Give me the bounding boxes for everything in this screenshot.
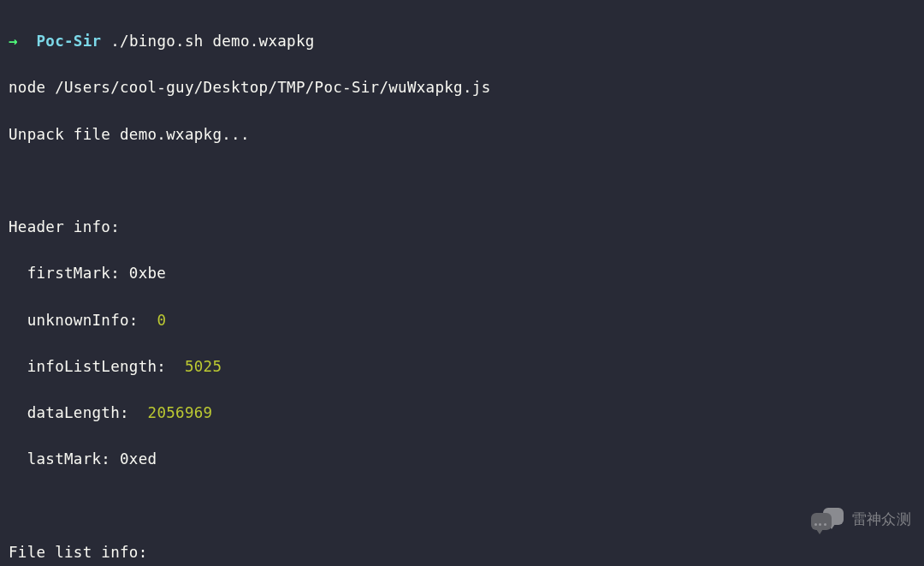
output-line: firstMark: 0xbe (9, 262, 915, 285)
terminal-output: → Poc-Sir ./bingo.sh demo.wxapkg node /U… (9, 7, 915, 566)
output-line: node /Users/cool-guy/Desktop/TMP/Poc-Sir… (9, 76, 915, 99)
prompt-label: Poc-Sir (37, 33, 102, 50)
output-line: Unpack file demo.wxapkg... (9, 123, 915, 146)
prompt-arrow: → (9, 33, 18, 50)
output-line: File list info: (9, 541, 915, 564)
prompt-line[interactable]: → Poc-Sir ./bingo.sh demo.wxapkg (9, 30, 915, 53)
output-line: unknownInfo: 0 (9, 309, 915, 332)
wechat-icon (811, 508, 845, 532)
output-line (9, 170, 915, 193)
output-line: lastMark: 0xed (9, 448, 915, 471)
output-line: Header info: (9, 216, 915, 239)
output-line: dataLength: 2056969 (9, 402, 915, 425)
command-text: ./bingo.sh demo.wxapkg (110, 33, 314, 50)
watermark: 雷神众测 (811, 508, 911, 532)
watermark-text: 雷神众测 (852, 509, 911, 531)
output-line (9, 495, 915, 518)
output-line: infoListLength: 5025 (9, 355, 915, 378)
